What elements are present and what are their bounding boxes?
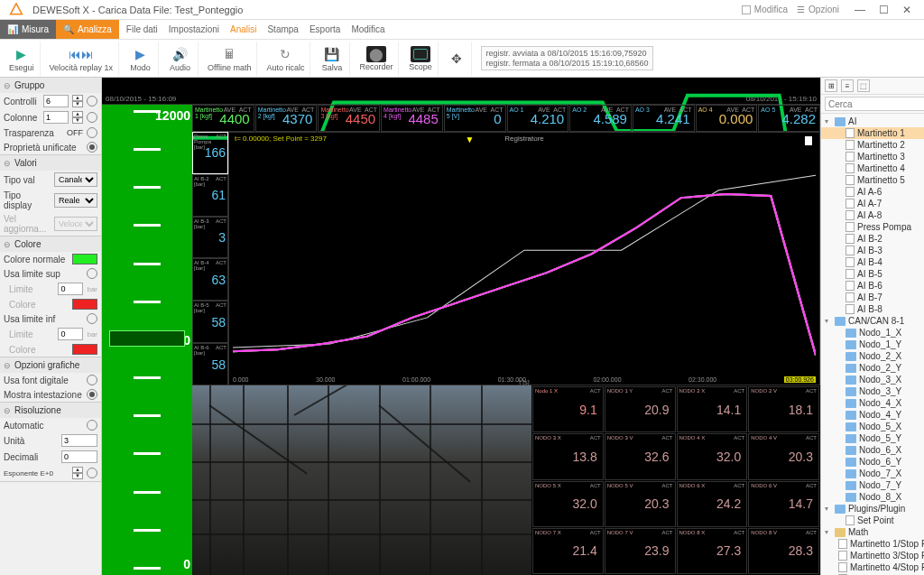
tree-node[interactable]: Martinetto 3/Stop PID	[821, 550, 924, 561]
ribbon-modo[interactable]: ▶Modo	[123, 42, 159, 76]
nodecell[interactable]: NODO 2 XACT14.1	[677, 386, 748, 432]
menu-file dati[interactable]: File dati	[126, 24, 158, 34]
color-inf-swatch[interactable]	[72, 344, 97, 355]
nodecell[interactable]: NODO 2 VACT18.1	[748, 386, 819, 432]
tree-node[interactable]: ▾Math	[821, 526, 924, 538]
ribbon-auto-ricalc[interactable]: ↻Auto ricalc	[261, 42, 310, 76]
tree-node[interactable]: Nodo_5_X	[821, 421, 924, 432]
search-input[interactable]	[825, 97, 924, 111]
tab-misura[interactable]: 📊Misura	[0, 20, 56, 39]
end-marker-icon[interactable]	[805, 136, 812, 145]
cursor-marker-icon[interactable]: ▼	[466, 134, 475, 144]
ribbon-recorder[interactable]: ⬤Recorder	[354, 42, 399, 76]
tree-node[interactable]: Nodo_6_X	[821, 444, 924, 456]
nodecell[interactable]: NODO 7 VACT23.9	[605, 528, 676, 574]
opzioni-button[interactable]: ☰ Opzioni	[797, 5, 839, 14]
tree-node[interactable]: Press Pompa	[821, 221, 924, 233]
ribbon-audio[interactable]: 🔊Audio	[162, 42, 199, 76]
nodecell[interactable]: NODO 5 VACT20.3	[605, 481, 676, 527]
timeline-overview[interactable]: 08/10/2015 - 15:16:09 08/10/2015 - 15:19…	[102, 78, 820, 105]
numcell[interactable]: AO 1AVE ACT4.210	[507, 105, 569, 132]
tree-node[interactable]: Nodo_7_Y	[821, 479, 924, 491]
tree-node[interactable]: Martinetto 5	[821, 174, 924, 186]
menu-impostazioni[interactable]: Impostazioni	[169, 24, 219, 34]
maximize-button[interactable]: ☐	[872, 2, 895, 18]
minimize-button[interactable]: —	[848, 2, 872, 18]
color-normal-swatch[interactable]	[72, 254, 97, 264]
nodecell[interactable]: NODO 6 VACT14.7	[748, 481, 819, 527]
ribbon-offline-math[interactable]: 🖩Offline math	[202, 42, 257, 76]
nodecell[interactable]: NODO 1 YACT20.9	[605, 386, 676, 432]
nodecell[interactable]: NODO 6 XACT24.2	[677, 481, 748, 527]
numcell[interactable]: AO 3AVE ACT4.241	[633, 105, 695, 132]
nodecell[interactable]: NODO 3 XACT13.8	[532, 433, 604, 479]
menu-analisi[interactable]: Analisi	[230, 24, 256, 34]
numcell[interactable]: AO 2AVE ACT4.589	[569, 105, 632, 132]
ribbon-esegui[interactable]: ▶Esegui	[4, 42, 41, 76]
sideval[interactable]: AI B-4 [bar]ACT63	[192, 258, 228, 301]
numcell[interactable]: Martinetto 1 [kgf]AVE ACT4400	[192, 105, 254, 132]
tree-node[interactable]: AI B-4	[821, 256, 924, 268]
tree-node[interactable]: Nodo_5_Y	[821, 432, 924, 444]
tree-node[interactable]: Nodo_7_X	[821, 468, 924, 479]
tipoval-select[interactable]: Canale	[54, 172, 97, 187]
tree-node[interactable]: Martinetto 2	[821, 139, 924, 151]
nodecell[interactable]: NODO 4 VACT20.3	[748, 433, 819, 479]
tree-node[interactable]: Nodo_3_Y	[821, 385, 924, 397]
sideval[interactable]: AI B-3 [bar]ACT3	[192, 217, 228, 259]
green-gauge[interactable]: 12000 6000 0	[102, 105, 192, 575]
numcell[interactable]: Martinetto 2 [kgf]AVE ACT4370	[255, 105, 318, 132]
tree-node[interactable]: Nodo_3_X	[821, 374, 924, 385]
cursor-tool[interactable]: ✥	[442, 42, 472, 76]
menu-modifica[interactable]: Modifica	[351, 24, 384, 34]
tree-node[interactable]: Nodo_2_Y	[821, 362, 924, 374]
numcell[interactable]: Martinetto 4 [kgf]AVE ACT4485	[381, 105, 443, 132]
tree-node[interactable]: Martinetto 4	[821, 162, 924, 174]
tree-node[interactable]: AI A-6	[821, 186, 924, 198]
tree-node[interactable]: Nodo_1_Y	[821, 339, 924, 350]
tree-node[interactable]: AI B-7	[821, 292, 924, 303]
view-grid-icon[interactable]: ⊞	[825, 79, 837, 92]
tree-node[interactable]: ▾AI	[821, 116, 924, 127]
close-button[interactable]: ✕	[895, 2, 919, 18]
numcell[interactable]: AO 5AVE ACT4.282	[758, 105, 820, 132]
tree-node[interactable]: Nodo_2_X	[821, 350, 924, 362]
controlli-input[interactable]	[43, 95, 69, 107]
nodecell[interactable]: NODO 7 XACT21.4	[532, 528, 604, 574]
tree-node[interactable]: Martinetto 1/Stop PID	[821, 538, 924, 550]
camera-view[interactable]	[192, 385, 531, 575]
view-list-icon[interactable]: ≡	[841, 79, 854, 92]
tree-node[interactable]: AI B-2	[821, 233, 924, 245]
tree-node[interactable]: Martinetto 1	[821, 127, 924, 139]
sideval[interactable]: AI B-6 [bar]ACT58	[192, 343, 228, 385]
tree-node[interactable]: AI A-8	[821, 209, 924, 221]
modifica-toggle[interactable]: Modifica	[742, 5, 788, 14]
nodecell[interactable]: NODO 4 XACT32.0	[677, 433, 748, 479]
tree-node[interactable]: ▾CAN/CAN 8-1	[821, 315, 924, 327]
nodecell[interactable]: NODO 5 XACT32.0	[532, 481, 604, 527]
tree-node[interactable]: Set Point	[821, 515, 924, 526]
tree-node[interactable]: AI B-3	[821, 245, 924, 256]
main-graph[interactable]: t= 0.00000; Set Point = 3297 Registrator…	[228, 132, 820, 385]
tree-node[interactable]: ▾Plugins/Plugin	[821, 503, 924, 515]
ribbon-velocità-replay-1x[interactable]: ⏮⏭Velocità replay 1x	[44, 42, 120, 76]
tree-node[interactable]: AI A-7	[821, 198, 924, 209]
numcell[interactable]: AO 4AVE ACT0.000	[696, 105, 758, 132]
nodecell[interactable]: NODO 8 XACT27.3	[677, 528, 748, 574]
sideval[interactable]: AI B-5 [bar]ACT58	[192, 301, 228, 343]
colonne-input[interactable]	[43, 111, 69, 124]
sideval[interactable]: AI B-2 [bar]ACT61	[192, 174, 228, 217]
tree-node[interactable]: Nodo_8_X	[821, 491, 924, 503]
nodecell[interactable]: Nodo 1 XACT9.1	[532, 386, 604, 432]
vel-select[interactable]: Veloce (0,1 s	[54, 217, 97, 231]
menu-esporta[interactable]: Esporta	[310, 24, 340, 34]
view-tree-icon[interactable]: ⬚	[857, 79, 870, 92]
tree-node[interactable]: Nodo_4_X	[821, 397, 924, 409]
nodecell[interactable]: NODO 3 VACT32.6	[605, 433, 676, 479]
color-sup-swatch[interactable]	[72, 299, 97, 310]
tree-node[interactable]: Nodo_6_Y	[821, 456, 924, 468]
tree-node[interactable]: AI B-6	[821, 280, 924, 292]
tree-node[interactable]: Nodo_1_X	[821, 327, 924, 339]
numcell[interactable]: Martinetto 3 [kgf]AVE ACT4450	[318, 105, 380, 132]
ribbon-scope[interactable]: Scope	[402, 42, 439, 76]
